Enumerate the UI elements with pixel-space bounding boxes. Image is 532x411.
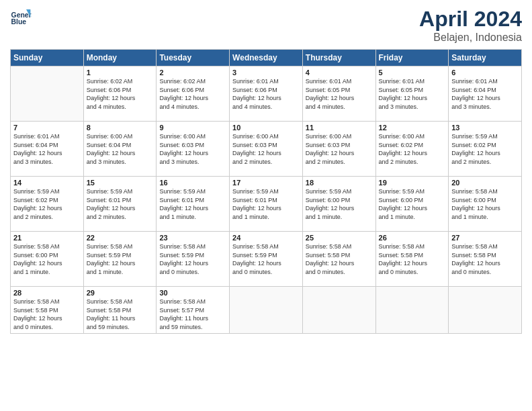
calendar-cell <box>230 287 303 334</box>
day-number: 29 <box>87 289 154 297</box>
calendar-cell: 16Sunrise: 5:59 AM Sunset: 6:01 PM Dayli… <box>157 177 230 232</box>
day-number: 4 <box>306 68 373 77</box>
calendar-cell: 9Sunrise: 6:00 AM Sunset: 6:03 PM Daylig… <box>157 122 230 177</box>
day-number: 21 <box>13 234 81 242</box>
day-info: Sunrise: 5:59 AM Sunset: 6:00 PM Dayligh… <box>379 187 446 221</box>
day-number: 17 <box>232 179 300 187</box>
day-info: Sunrise: 6:00 AM Sunset: 6:03 PM Dayligh… <box>232 132 300 166</box>
calendar-cell: 22Sunrise: 5:58 AM Sunset: 5:59 PM Dayli… <box>83 232 157 287</box>
svg-text:Blue: Blue <box>11 18 27 26</box>
day-number: 28 <box>13 289 81 297</box>
day-info: Sunrise: 5:59 AM Sunset: 6:02 PM Dayligh… <box>451 132 519 166</box>
day-number: 9 <box>159 124 226 132</box>
location: Belajen, Indonesia <box>419 32 522 44</box>
calendar-cell: 2Sunrise: 6:02 AM Sunset: 6:06 PM Daylig… <box>157 66 230 122</box>
day-number: 16 <box>159 179 226 187</box>
calendar-cell: 29Sunrise: 5:58 AM Sunset: 5:58 PM Dayli… <box>83 287 157 334</box>
day-info: Sunrise: 6:01 AM Sunset: 6:06 PM Dayligh… <box>232 77 300 111</box>
month-title: April 2024 <box>419 7 522 32</box>
day-number: 5 <box>379 68 446 77</box>
calendar-cell: 18Sunrise: 5:59 AM Sunset: 6:00 PM Dayli… <box>302 177 375 232</box>
calendar-cell: 1Sunrise: 6:02 AM Sunset: 6:06 PM Daylig… <box>83 66 157 122</box>
day-number: 2 <box>159 68 226 77</box>
day-info: Sunrise: 5:59 AM Sunset: 6:01 PM Dayligh… <box>159 187 226 221</box>
calendar-cell: 5Sunrise: 6:01 AM Sunset: 6:05 PM Daylig… <box>375 66 449 122</box>
calendar-cell: 25Sunrise: 5:58 AM Sunset: 5:58 PM Dayli… <box>302 232 375 287</box>
day-number: 22 <box>87 234 154 242</box>
day-info: Sunrise: 5:58 AM Sunset: 5:59 PM Dayligh… <box>232 242 300 276</box>
day-info: Sunrise: 6:01 AM Sunset: 6:05 PM Dayligh… <box>306 77 373 111</box>
calendar-cell: 12Sunrise: 6:00 AM Sunset: 6:02 PM Dayli… <box>375 122 449 177</box>
day-number: 6 <box>451 68 519 77</box>
day-info: Sunrise: 6:01 AM Sunset: 6:04 PM Dayligh… <box>13 132 81 166</box>
day-number: 24 <box>232 234 300 242</box>
col-header-wednesday: Wednesday <box>230 50 303 66</box>
calendar-cell: 23Sunrise: 5:58 AM Sunset: 5:59 PM Dayli… <box>157 232 230 287</box>
calendar-cell: 24Sunrise: 5:58 AM Sunset: 5:59 PM Dayli… <box>230 232 303 287</box>
day-info: Sunrise: 5:58 AM Sunset: 5:58 PM Dayligh… <box>379 242 446 276</box>
day-number: 1 <box>87 68 154 77</box>
day-number: 14 <box>13 179 81 187</box>
day-number: 3 <box>232 68 300 77</box>
calendar-cell: 6Sunrise: 6:01 AM Sunset: 6:04 PM Daylig… <box>449 66 522 122</box>
day-info: Sunrise: 6:00 AM Sunset: 6:02 PM Dayligh… <box>379 132 446 166</box>
day-info: Sunrise: 5:59 AM Sunset: 6:01 PM Dayligh… <box>232 187 300 221</box>
calendar-cell: 3Sunrise: 6:01 AM Sunset: 6:06 PM Daylig… <box>230 66 303 122</box>
calendar-cell: 19Sunrise: 5:59 AM Sunset: 6:00 PM Dayli… <box>375 177 449 232</box>
day-number: 15 <box>87 179 154 187</box>
calendar-cell <box>449 287 522 334</box>
calendar-cell: 17Sunrise: 5:59 AM Sunset: 6:01 PM Dayli… <box>230 177 303 232</box>
col-header-tuesday: Tuesday <box>157 50 230 66</box>
day-info: Sunrise: 6:02 AM Sunset: 6:06 PM Dayligh… <box>87 77 154 111</box>
day-number: 7 <box>13 124 81 132</box>
calendar-cell: 26Sunrise: 5:58 AM Sunset: 5:58 PM Dayli… <box>375 232 449 287</box>
day-info: Sunrise: 6:01 AM Sunset: 6:05 PM Dayligh… <box>379 77 446 111</box>
col-header-friday: Friday <box>375 50 449 66</box>
day-info: Sunrise: 5:58 AM Sunset: 5:59 PM Dayligh… <box>159 242 226 276</box>
calendar-cell: 14Sunrise: 5:59 AM Sunset: 6:02 PM Dayli… <box>11 177 84 232</box>
calendar-cell: 30Sunrise: 5:58 AM Sunset: 5:57 PM Dayli… <box>157 287 230 334</box>
day-info: Sunrise: 5:58 AM Sunset: 5:59 PM Dayligh… <box>87 242 154 276</box>
day-info: Sunrise: 5:58 AM Sunset: 5:58 PM Dayligh… <box>306 242 373 276</box>
calendar-cell: 4Sunrise: 6:01 AM Sunset: 6:05 PM Daylig… <box>302 66 375 122</box>
day-number: 23 <box>159 234 226 242</box>
calendar-cell: 15Sunrise: 5:59 AM Sunset: 6:01 PM Dayli… <box>83 177 157 232</box>
day-info: Sunrise: 6:00 AM Sunset: 6:04 PM Dayligh… <box>87 132 154 166</box>
col-header-monday: Monday <box>83 50 157 66</box>
title-area: April 2024 Belajen, Indonesia <box>419 7 522 44</box>
day-info: Sunrise: 5:58 AM Sunset: 5:58 PM Dayligh… <box>87 298 154 331</box>
day-info: Sunrise: 5:59 AM Sunset: 6:00 PM Dayligh… <box>306 187 373 221</box>
day-info: Sunrise: 5:59 AM Sunset: 6:01 PM Dayligh… <box>87 187 154 221</box>
day-number: 13 <box>451 124 519 132</box>
day-info: Sunrise: 5:58 AM Sunset: 5:58 PM Dayligh… <box>13 298 81 331</box>
day-info: Sunrise: 6:01 AM Sunset: 6:04 PM Dayligh… <box>451 77 519 111</box>
calendar-cell: 21Sunrise: 5:58 AM Sunset: 6:00 PM Dayli… <box>11 232 84 287</box>
calendar-table: SundayMondayTuesdayWednesdayThursdayFrid… <box>10 49 522 334</box>
col-header-thursday: Thursday <box>302 50 375 66</box>
day-info: Sunrise: 5:58 AM Sunset: 5:57 PM Dayligh… <box>159 298 226 331</box>
calendar-cell: 11Sunrise: 6:00 AM Sunset: 6:03 PM Dayli… <box>302 122 375 177</box>
day-number: 12 <box>379 124 446 132</box>
calendar-cell: 10Sunrise: 6:00 AM Sunset: 6:03 PM Dayli… <box>230 122 303 177</box>
day-info: Sunrise: 6:00 AM Sunset: 6:03 PM Dayligh… <box>159 132 226 166</box>
calendar-cell: 28Sunrise: 5:58 AM Sunset: 5:58 PM Dayli… <box>11 287 84 334</box>
day-number: 18 <box>306 179 373 187</box>
day-info: Sunrise: 5:58 AM Sunset: 5:58 PM Dayligh… <box>451 242 519 276</box>
day-number: 25 <box>306 234 373 242</box>
day-number: 8 <box>87 124 154 132</box>
day-info: Sunrise: 5:58 AM Sunset: 6:00 PM Dayligh… <box>13 242 81 276</box>
calendar-cell: 8Sunrise: 6:00 AM Sunset: 6:04 PM Daylig… <box>83 122 157 177</box>
day-info: Sunrise: 5:58 AM Sunset: 6:00 PM Dayligh… <box>451 187 519 221</box>
day-info: Sunrise: 6:00 AM Sunset: 6:03 PM Dayligh… <box>306 132 373 166</box>
calendar-cell: 20Sunrise: 5:58 AM Sunset: 6:00 PM Dayli… <box>449 177 522 232</box>
calendar-cell: 7Sunrise: 6:01 AM Sunset: 6:04 PM Daylig… <box>11 122 84 177</box>
day-number: 30 <box>159 289 226 297</box>
calendar-cell: 13Sunrise: 5:59 AM Sunset: 6:02 PM Dayli… <box>449 122 522 177</box>
day-number: 27 <box>451 234 519 242</box>
calendar-cell: 27Sunrise: 5:58 AM Sunset: 5:58 PM Dayli… <box>449 232 522 287</box>
col-header-sunday: Sunday <box>11 50 84 66</box>
day-info: Sunrise: 6:02 AM Sunset: 6:06 PM Dayligh… <box>159 77 226 111</box>
day-number: 20 <box>451 179 519 187</box>
day-number: 10 <box>232 124 300 132</box>
calendar-cell <box>302 287 375 334</box>
